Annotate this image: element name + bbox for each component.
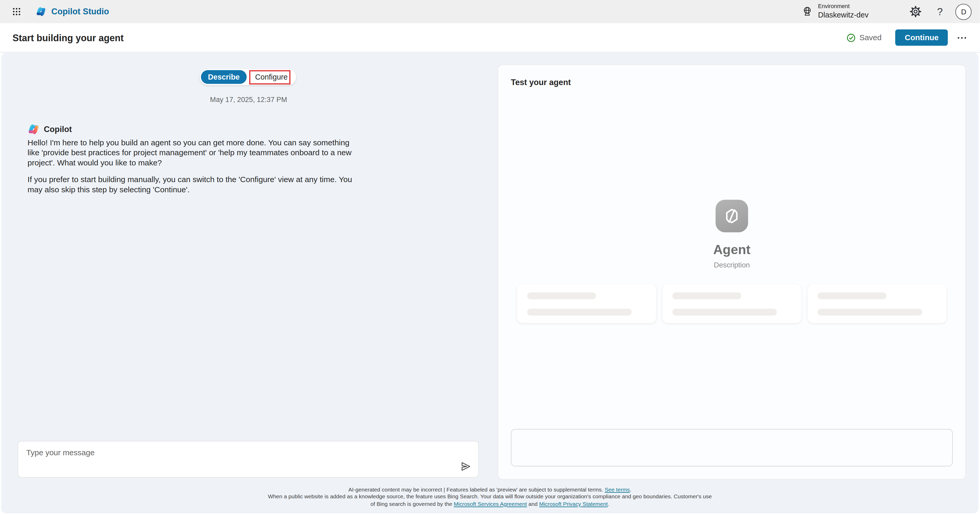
skeleton-bar — [527, 292, 596, 299]
waffle-icon — [11, 7, 21, 16]
settings-button[interactable] — [906, 2, 925, 21]
skeleton-card — [808, 284, 947, 323]
legal-line-3: of Bing search is governed by the Micros… — [1, 501, 978, 508]
skeleton-card — [662, 284, 801, 323]
continue-button[interactable]: Continue — [896, 29, 948, 46]
environment-picker[interactable]: Environment Dlaskewitz-dev — [802, 3, 869, 20]
agent-default-icon — [716, 200, 748, 233]
agent-description: Description — [714, 261, 750, 269]
skeleton-bar — [673, 309, 777, 316]
page-title: Start building your agent — [13, 32, 124, 43]
copilot-message: Hello! I'm here to help you build an age… — [28, 138, 358, 202]
message-header: Copilot — [28, 123, 72, 136]
mode-toggle: Describe Configure — [200, 69, 296, 85]
environment-globe-icon — [802, 6, 813, 17]
conversation-timestamp: May 17, 2025, 12:37 PM — [1, 96, 496, 103]
legal-text: AI-generated content may be incorrect | … — [348, 486, 605, 493]
skeleton-bar — [673, 292, 741, 299]
see-terms-link[interactable]: See terms — [605, 486, 630, 493]
command-bar-actions: Saved Continue — [846, 29, 970, 46]
test-panel-title: Test your agent — [511, 78, 571, 87]
agent-name: Agent — [713, 242, 751, 257]
app-launcher-button[interactable] — [8, 3, 24, 19]
privacy-statement-link[interactable]: Microsoft Privacy Statement — [539, 501, 608, 507]
help-button[interactable]: ? — [931, 2, 949, 21]
legal-text: and — [527, 501, 539, 507]
environment-text: Environment Dlaskewitz-dev — [818, 3, 869, 20]
ellipsis-icon — [957, 36, 966, 39]
legal-line-1: AI-generated content may be incorrect | … — [1, 486, 978, 494]
chat-input-container — [18, 441, 479, 478]
skeleton-cards — [517, 284, 947, 323]
skeleton-bar — [818, 309, 922, 316]
send-icon — [460, 461, 471, 472]
test-chat-input[interactable] — [511, 429, 953, 467]
copilot-avatar-icon — [28, 123, 40, 136]
message-paragraph: If you prefer to start building manually… — [28, 175, 358, 195]
help-icon: ? — [937, 6, 943, 17]
top-bar-actions: Environment Dlaskewitz-dev ? — [802, 2, 980, 21]
legal-text: of Bing search is governed by the — [371, 501, 453, 507]
chat-message-input[interactable] — [18, 442, 478, 477]
gear-icon — [910, 6, 921, 18]
tab-describe[interactable]: Describe — [201, 70, 247, 84]
environment-name: Dlaskewitz-dev — [818, 10, 869, 20]
agent-placeholder: Agent Description — [498, 200, 965, 269]
save-status-label: Saved — [859, 33, 882, 42]
legal-footer: AI-generated content may be incorrect | … — [1, 486, 978, 508]
avatar-initial: D — [961, 8, 966, 15]
services-agreement-link[interactable]: Microsoft Services Agreement — [454, 501, 527, 507]
builder-canvas: Describe Configure May 17, 2025, 12:37 P… — [1, 53, 978, 513]
skeleton-card — [517, 284, 656, 323]
skeleton-bar — [527, 309, 632, 316]
message-sender-name: Copilot — [44, 125, 72, 134]
saved-check-icon — [846, 33, 856, 42]
legal-text: . — [608, 501, 609, 507]
command-bar: Start building your agent Saved Continue — [0, 23, 980, 53]
message-paragraph: Hello! I'm here to help you build an age… — [28, 138, 358, 168]
skeleton-bar — [818, 292, 886, 299]
agent-hexagon-slash-icon — [722, 207, 741, 225]
product-name: Copilot Studio — [51, 7, 109, 16]
environment-label: Environment — [818, 3, 869, 10]
legal-line-2: When a public website is added as a know… — [1, 494, 978, 501]
legal-text: . — [630, 486, 632, 493]
account-avatar[interactable]: D — [956, 3, 972, 19]
send-button[interactable] — [459, 460, 473, 474]
app-top-bar: Copilot Studio Environment Dlaskewitz-de… — [0, 0, 980, 23]
test-agent-panel: Test your agent Agent Description — [498, 65, 965, 479]
copilot-studio-app: Copilot Studio Environment Dlaskewitz-de… — [0, 0, 980, 515]
copilot-studio-logo-icon — [36, 6, 46, 17]
legal-text: When a public website is added as a know… — [268, 494, 712, 500]
tab-configure[interactable]: Configure — [247, 73, 296, 81]
brand-home-link[interactable]: Copilot Studio — [36, 6, 109, 17]
save-status: Saved — [846, 33, 881, 42]
more-options-button[interactable] — [953, 29, 970, 46]
